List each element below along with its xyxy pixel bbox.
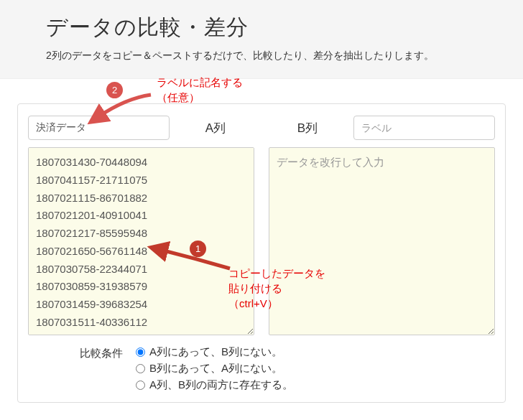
compare-panel: A列 B列 比較条件 A列にあって、B列にない。 bbox=[17, 103, 506, 403]
page-header: データの比較・差分 2列のデータをコピー＆ペーストするだけで、比較したり、差分を… bbox=[0, 0, 523, 79]
page-title: データの比較・差分 bbox=[46, 13, 506, 42]
compare-option-text: A列、B列の両方に存在する。 bbox=[149, 378, 293, 392]
column-b-heading: B列 bbox=[269, 120, 346, 136]
column-b-label-input[interactable] bbox=[353, 116, 495, 140]
compare-option-text: B列にあって、A列にない。 bbox=[149, 362, 282, 375]
compare-radio-a-not-b[interactable] bbox=[136, 347, 145, 357]
column-a-label-input[interactable] bbox=[28, 116, 170, 140]
column-a: A列 bbox=[28, 116, 254, 335]
page-subtitle: 2列のデータをコピー＆ペーストするだけで、比較したり、差分を抽出したりします。 bbox=[46, 50, 506, 62]
column-b: B列 bbox=[269, 116, 495, 335]
column-b-data-input[interactable] bbox=[269, 147, 495, 335]
annotation-label-hint: ラベルに記名する （任意） bbox=[157, 75, 243, 105]
compare-conditions: 比較条件 A列にあって、B列にない。 B列にあって、A列にない。 A列、B列の両… bbox=[28, 345, 495, 395]
compare-option-b-not-a[interactable]: B列にあって、A列にない。 bbox=[136, 362, 293, 375]
compare-label: 比較条件 bbox=[28, 345, 136, 395]
compare-option-both[interactable]: A列、B列の両方に存在する。 bbox=[136, 378, 293, 392]
content-area: ラベルに記名する （任意） 2 A列 B列 bbox=[0, 79, 523, 403]
column-a-data-input[interactable] bbox=[28, 147, 254, 335]
compare-option-a-not-b[interactable]: A列にあって、B列にない。 bbox=[136, 345, 293, 359]
compare-radio-b-not-a[interactable] bbox=[136, 364, 145, 373]
compare-radio-both[interactable] bbox=[136, 381, 145, 390]
annotation-badge-2: 2 bbox=[106, 82, 123, 98]
compare-option-text: A列にあって、B列にない。 bbox=[149, 345, 282, 359]
column-a-heading: A列 bbox=[177, 120, 254, 136]
